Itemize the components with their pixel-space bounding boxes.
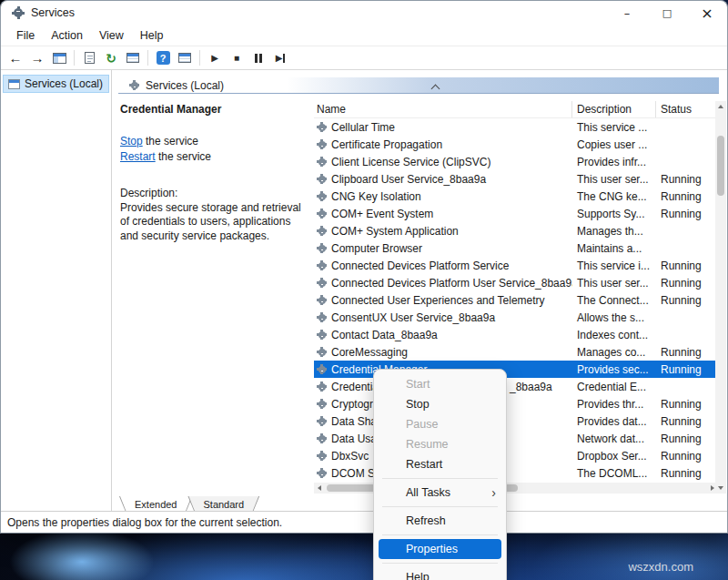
menu-item-all-tasks[interactable]: All Tasks ›: [374, 483, 506, 503]
service-gear-icon: [317, 382, 327, 392]
vertical-scrollbar[interactable]: [715, 101, 726, 494]
titlebar[interactable]: Services – □ ×: [1, 1, 727, 25]
service-row[interactable]: ConsentUX User Service_8baa9a Allows the…: [314, 309, 718, 326]
service-status: Running: [656, 208, 718, 220]
scrollbar-up-arrow-icon[interactable]: [718, 105, 723, 108]
menu-item-start[interactable]: Start: [374, 374, 506, 394]
stop-service-icon[interactable]: ■: [226, 48, 248, 68]
maximize-button[interactable]: □: [647, 1, 687, 25]
view-icon[interactable]: [174, 48, 196, 68]
service-row[interactable]: CNG Key Isolation The CNG ke... Running: [314, 188, 718, 205]
service-row[interactable]: Computer Browser Maintains a...: [314, 239, 718, 257]
service-description: Copies user ...: [572, 138, 656, 151]
service-status: Running: [656, 190, 718, 203]
service-description: Allows the s...: [572, 311, 656, 324]
tree-item-services-local[interactable]: Services (Local): [3, 75, 109, 93]
menu-item-refresh[interactable]: Refresh: [374, 511, 506, 531]
close-button[interactable]: ×: [687, 1, 727, 25]
service-gear-icon: [317, 209, 327, 219]
menu-item-help[interactable]: Help: [374, 567, 506, 580]
service-description: Network dat...: [572, 432, 656, 445]
status-bar: Opens the properties dialog box for the …: [1, 511, 727, 533]
back-icon[interactable]: ←: [5, 48, 26, 68]
service-description: This service i...: [572, 259, 656, 272]
service-status: Running: [656, 415, 718, 428]
start-service-icon[interactable]: ▶: [204, 48, 226, 68]
service-name-cell: Connected Devices Platform User Service_…: [314, 277, 572, 290]
service-name: ConsentUX User Service_8baa9a: [331, 311, 495, 324]
tab-extended-label: Extended: [135, 499, 177, 510]
menu-item-label: All Tasks: [406, 486, 450, 499]
services-window: Services – □ × File Action View Help ← →…: [0, 0, 728, 534]
service-row[interactable]: Connected Devices Platform User Service_…: [314, 274, 718, 291]
menu-action[interactable]: Action: [43, 27, 91, 44]
service-description: Manages th...: [572, 225, 656, 238]
service-row[interactable]: Client License Service (ClipSVC) Provide…: [314, 153, 718, 170]
export-list-icon[interactable]: [122, 48, 144, 68]
service-name: Credentia: [331, 381, 379, 393]
main-area: Services (Local) Services (Local) Creden…: [1, 70, 727, 511]
service-gear-icon: [317, 139, 327, 149]
menu-view[interactable]: View: [91, 27, 132, 44]
service-row[interactable]: Contact Data_8baa9a Indexes cont...: [314, 326, 718, 343]
submenu-arrow-icon: ›: [491, 483, 496, 503]
menu-item-resume[interactable]: Resume: [374, 434, 506, 454]
scrollbar-down-arrow-icon[interactable]: [718, 486, 723, 490]
console-tree-panel: Services (Local): [1, 70, 112, 511]
tab-extended[interactable]: Extended: [119, 496, 192, 511]
service-description: Provides sec...: [572, 363, 656, 376]
toolbar: ← → ↻ ? ▶ ■ ▶: [1, 46, 727, 70]
app-icon: [12, 6, 25, 19]
show-console-tree-icon[interactable]: [48, 48, 70, 68]
refresh-icon[interactable]: ↻: [100, 48, 122, 68]
menu-item-label: Stop: [406, 398, 430, 411]
service-status: Running: [656, 173, 718, 186]
menu-help[interactable]: Help: [132, 27, 172, 44]
service-name-cell: Clipboard User Service_8baa9a: [314, 173, 572, 186]
service-status: Running: [656, 294, 718, 307]
menu-file[interactable]: File: [8, 27, 43, 44]
service-gear-icon: [317, 260, 327, 270]
service-description: The DCOML...: [572, 467, 656, 480]
service-row[interactable]: COM+ Event System Supports Sy... Running: [314, 205, 718, 222]
forward-icon[interactable]: →: [26, 48, 48, 68]
service-row[interactable]: Cellular Time This service ...: [314, 118, 718, 136]
service-name: CoreMessaging: [331, 346, 408, 359]
service-row[interactable]: COM+ System Application Manages th...: [314, 222, 718, 239]
help-icon[interactable]: ?: [152, 48, 174, 68]
service-name: Client License Service (ClipSVC): [331, 156, 490, 168]
restart-service-icon[interactable]: ▶: [269, 48, 291, 68]
column-name[interactable]: Name: [314, 101, 572, 117]
service-row[interactable]: CoreMessaging Manages co... Running: [314, 343, 718, 361]
service-name: Connected Devices Platform User Service_…: [331, 277, 572, 290]
menu-item-stop[interactable]: Stop: [374, 394, 506, 414]
scrollbar-left-arrow-icon[interactable]: [318, 485, 321, 491]
tab-standard[interactable]: Standard: [187, 496, 259, 511]
properties-icon[interactable]: [78, 48, 100, 68]
menu-item-label: Properties: [406, 543, 458, 555]
service-gear-icon: [317, 295, 327, 305]
stop-service-link[interactable]: Stop: [120, 135, 143, 148]
pause-service-icon[interactable]: [248, 48, 269, 68]
restart-service-link[interactable]: Restart: [120, 150, 156, 163]
scrollbar-right-arrow-icon[interactable]: [711, 485, 714, 491]
service-row[interactable]: Certificate Propagation Copies user ...: [314, 136, 718, 153]
service-row[interactable]: Connected User Experiences and Telemetry…: [314, 291, 718, 309]
service-description: Manages co...: [572, 346, 656, 359]
service-gear-icon: [317, 468, 327, 478]
column-status[interactable]: Status: [656, 101, 718, 117]
window-title: Services: [31, 6, 607, 19]
menu-item-pause[interactable]: Pause: [374, 414, 506, 434]
vertical-scrollbar-thumb[interactable]: [717, 136, 724, 196]
menu-item-properties[interactable]: Properties: [379, 539, 501, 559]
service-row[interactable]: Connected Devices Platform Service This …: [314, 257, 718, 274]
menu-item-restart[interactable]: Restart: [374, 454, 506, 474]
service-name: COM+ System Application: [331, 225, 459, 238]
service-row[interactable]: Clipboard User Service_8baa9a This user …: [314, 170, 718, 188]
service-description: The Connect...: [572, 294, 656, 307]
service-gear-icon: [317, 347, 327, 357]
service-gear-icon: [317, 330, 327, 340]
column-description[interactable]: Description: [572, 101, 656, 117]
minimize-button[interactable]: –: [607, 1, 647, 25]
service-name: CNG Key Isolation: [331, 190, 421, 203]
